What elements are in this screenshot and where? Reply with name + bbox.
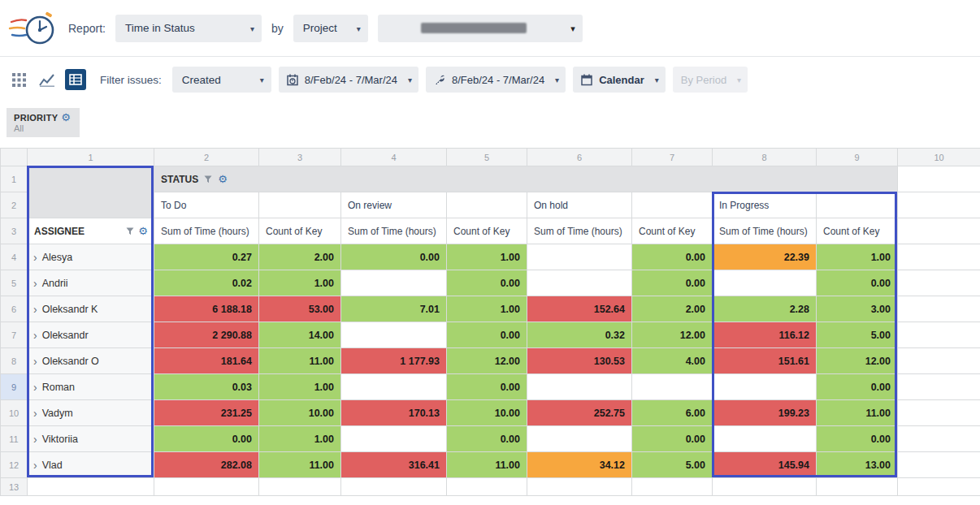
data-cell[interactable]: 11.00 bbox=[817, 400, 898, 426]
data-cell[interactable] bbox=[713, 374, 817, 400]
data-cell[interactable]: 5.00 bbox=[817, 322, 898, 348]
group-by-dropdown[interactable]: Project ▾ bbox=[293, 15, 368, 42]
chart-view-button[interactable] bbox=[37, 69, 58, 90]
filter-field-dropdown[interactable]: Created ▾ bbox=[172, 67, 271, 93]
data-cell[interactable]: 0.02 bbox=[154, 270, 259, 296]
status-header[interactable]: STATUS⚙ bbox=[154, 166, 898, 192]
assignee-cell[interactable]: ›Oleksandr bbox=[28, 322, 154, 348]
data-cell[interactable]: 152.64 bbox=[527, 296, 632, 322]
data-cell[interactable] bbox=[341, 374, 447, 400]
expand-chevron-icon[interactable]: › bbox=[33, 330, 37, 341]
data-cell[interactable] bbox=[713, 426, 817, 452]
data-cell[interactable]: 282.08 bbox=[154, 452, 259, 478]
expand-chevron-icon[interactable]: › bbox=[33, 252, 37, 263]
data-cell[interactable]: 2.28 bbox=[713, 296, 817, 322]
data-cell[interactable]: 1.00 bbox=[447, 296, 527, 322]
data-cell[interactable]: 231.25 bbox=[154, 400, 259, 426]
data-cell[interactable]: 0.00 bbox=[632, 270, 713, 296]
assignee-cell[interactable]: ›Alesya bbox=[28, 244, 154, 270]
data-cell[interactable]: 151.61 bbox=[713, 348, 817, 374]
data-cell[interactable]: 130.53 bbox=[527, 348, 632, 374]
data-cell[interactable]: 1.00 bbox=[259, 374, 341, 400]
data-cell[interactable]: 1.00 bbox=[447, 244, 527, 270]
data-cell[interactable]: 10.00 bbox=[447, 400, 527, 426]
data-cell[interactable]: 0.00 bbox=[447, 270, 527, 296]
data-cell[interactable]: 5.00 bbox=[632, 452, 713, 478]
project-dropdown[interactable]: ▾ bbox=[378, 15, 583, 42]
data-cell[interactable]: 0.00 bbox=[447, 426, 527, 452]
data-cell[interactable]: 0.03 bbox=[154, 374, 259, 400]
expand-chevron-icon[interactable]: › bbox=[33, 408, 37, 419]
assignee-cell[interactable]: ›Viktoriia bbox=[28, 426, 154, 452]
data-cell[interactable] bbox=[632, 374, 713, 400]
assignee-cell[interactable]: ›Vlad bbox=[28, 452, 154, 478]
data-cell[interactable]: 116.12 bbox=[713, 322, 817, 348]
data-cell[interactable] bbox=[527, 244, 632, 270]
data-cell[interactable]: 0.00 bbox=[632, 426, 713, 452]
assignee-cell[interactable]: ›Roman bbox=[28, 374, 154, 400]
data-cell[interactable]: 11.00 bbox=[259, 452, 341, 478]
table-view-button[interactable] bbox=[65, 69, 86, 90]
filter-funnel-icon[interactable] bbox=[204, 175, 212, 183]
data-cell[interactable]: 1.00 bbox=[817, 244, 898, 270]
data-cell[interactable]: 6 188.18 bbox=[154, 296, 259, 322]
gear-icon[interactable]: ⚙ bbox=[218, 174, 228, 184]
data-cell[interactable] bbox=[527, 426, 632, 452]
assignee-cell[interactable]: ›Oleksandr O bbox=[28, 348, 154, 374]
data-cell[interactable]: 53.00 bbox=[259, 296, 341, 322]
gear-icon[interactable]: ⚙ bbox=[61, 112, 71, 123]
gear-icon[interactable]: ⚙ bbox=[138, 226, 148, 236]
data-cell[interactable]: 0.00 bbox=[817, 426, 898, 452]
expand-chevron-icon[interactable]: › bbox=[33, 356, 37, 367]
data-cell[interactable]: 12.00 bbox=[447, 348, 527, 374]
priority-filter[interactable]: PRIORITY ⚙ All bbox=[7, 108, 80, 137]
data-cell[interactable]: 10.00 bbox=[259, 400, 341, 426]
data-cell[interactable] bbox=[341, 426, 447, 452]
data-cell[interactable] bbox=[527, 270, 632, 296]
data-cell[interactable]: 181.64 bbox=[154, 348, 259, 374]
data-cell[interactable]: 0.00 bbox=[447, 374, 527, 400]
data-cell[interactable]: 6.00 bbox=[632, 400, 713, 426]
data-cell[interactable]: 2.00 bbox=[259, 244, 341, 270]
filter-funnel-icon[interactable] bbox=[126, 227, 134, 235]
data-cell[interactable]: 12.00 bbox=[817, 348, 898, 374]
data-cell[interactable] bbox=[341, 322, 447, 348]
data-cell[interactable]: 1 177.93 bbox=[341, 348, 447, 374]
data-cell[interactable]: 22.39 bbox=[713, 244, 817, 270]
data-cell[interactable]: 34.12 bbox=[527, 452, 632, 478]
data-cell[interactable]: 14.00 bbox=[259, 322, 341, 348]
data-cell[interactable]: 0.00 bbox=[154, 426, 259, 452]
work-date-range-dropdown[interactable]: 8/Feb/24 - 7/Mar/24 ▾ bbox=[426, 67, 566, 93]
assignee-cell[interactable]: ›Vadym bbox=[28, 400, 154, 426]
data-cell[interactable] bbox=[341, 270, 447, 296]
grid-view-button[interactable] bbox=[8, 69, 29, 90]
calendar-dropdown[interactable]: Calendar ▾ bbox=[573, 67, 666, 93]
data-cell[interactable]: 1.00 bbox=[259, 270, 341, 296]
data-cell[interactable]: 316.41 bbox=[341, 452, 447, 478]
expand-chevron-icon[interactable]: › bbox=[33, 434, 37, 445]
data-cell[interactable]: 1.00 bbox=[259, 426, 341, 452]
expand-chevron-icon[interactable]: › bbox=[33, 382, 37, 393]
data-cell[interactable]: 13.00 bbox=[817, 452, 898, 478]
assignee-cell[interactable]: ›Oleksandr K bbox=[28, 296, 154, 322]
data-cell[interactable]: 2.00 bbox=[632, 296, 713, 322]
data-cell[interactable]: 0.00 bbox=[817, 374, 898, 400]
data-cell[interactable]: 7.01 bbox=[341, 296, 447, 322]
assignee-header[interactable]: ASSIGNEE⚙ bbox=[28, 218, 154, 244]
created-date-range-dropdown[interactable]: 8/Feb/24 - 7/Mar/24 ▾ bbox=[279, 67, 418, 93]
expand-chevron-icon[interactable]: › bbox=[33, 460, 37, 471]
data-cell[interactable]: 0.27 bbox=[154, 244, 259, 270]
data-cell[interactable]: 2 290.88 bbox=[154, 322, 259, 348]
data-cell[interactable]: 11.00 bbox=[259, 348, 341, 374]
data-cell[interactable]: 199.23 bbox=[713, 400, 817, 426]
expand-chevron-icon[interactable]: › bbox=[33, 304, 37, 315]
data-cell[interactable]: 170.13 bbox=[341, 400, 447, 426]
data-cell[interactable]: 0.32 bbox=[527, 322, 632, 348]
data-cell[interactable]: 0.00 bbox=[817, 270, 898, 296]
report-type-dropdown[interactable]: Time in Status ▾ bbox=[115, 15, 262, 42]
data-cell[interactable]: 12.00 bbox=[632, 322, 713, 348]
data-cell[interactable]: 3.00 bbox=[817, 296, 898, 322]
expand-chevron-icon[interactable]: › bbox=[33, 278, 37, 289]
data-cell[interactable]: 0.00 bbox=[447, 322, 527, 348]
data-cell[interactable]: 0.00 bbox=[632, 244, 713, 270]
